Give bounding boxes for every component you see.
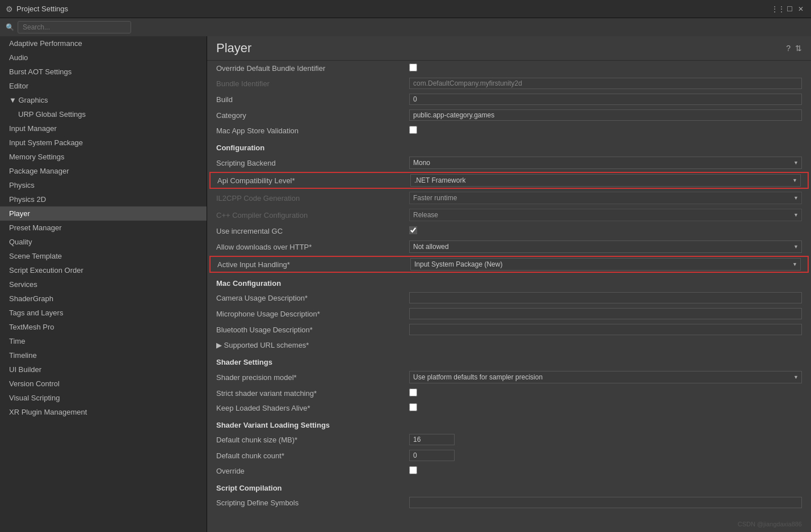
section-shader-settings: Shader Settings <box>207 352 811 369</box>
sidebar-item-memory-settings[interactable]: Memory Settings <box>0 150 207 164</box>
settings-value-27 <box>409 497 802 508</box>
settings-row-9: C++ Compiler ConfigurationReleaseDebugMa… <box>207 206 811 223</box>
title-bar: ⚙ Project Settings ⋮⋮ ☐ ✕ <box>0 0 811 18</box>
text-input-3[interactable] <box>409 109 802 121</box>
text-input-2[interactable] <box>409 94 802 105</box>
sidebar-item-quality[interactable]: Quality <box>0 235 207 249</box>
dropdown-wrapper-7: .NET Framework.NET Standard 2.1 <box>410 174 801 187</box>
dropdown-wrapper-6: MonoIL2CPP <box>409 157 802 169</box>
checkbox-20[interactable] <box>409 389 417 396</box>
help-icon[interactable]: ? <box>786 44 791 53</box>
search-icon: 🔍 <box>6 23 14 31</box>
sidebar-item-editor[interactable]: Editor <box>0 79 207 93</box>
settings-row-16: Bluetooth Usage Description* <box>207 322 811 337</box>
section-configuration: Configuration <box>207 138 811 154</box>
number-input-24[interactable] <box>409 450 455 461</box>
settings-row-17: ▶ Supported URL schemes* <box>207 337 811 352</box>
sidebar-item-physics[interactable]: Physics <box>0 178 207 192</box>
settings-value-1 <box>409 78 802 89</box>
settings-value-16 <box>409 324 802 335</box>
dropdown-8[interactable]: Faster runtimeFaster (smaller) builds <box>409 192 802 204</box>
sidebar-item-script-execution-order[interactable]: Script Execution Order <box>0 263 207 277</box>
sidebar-item-player[interactable]: Player <box>0 206 207 221</box>
sidebar-item-burst-aot-settings[interactable]: Burst AOT Settings <box>0 65 207 79</box>
sidebar-item-ui-builder[interactable]: UI Builder <box>0 362 207 377</box>
dropdown-wrapper-8: Faster runtimeFaster (smaller) builds <box>409 192 802 204</box>
sidebar-item-services[interactable]: Services <box>0 277 207 292</box>
text-input-16[interactable] <box>409 324 802 335</box>
text-input-1[interactable] <box>409 78 802 89</box>
sidebar-item-shadergraph[interactable]: ShaderGraph <box>0 292 207 306</box>
settings-label-0: Override Default Bundle Identifier <box>216 64 409 73</box>
settings-label-20: Strict shader variant matching* <box>216 389 409 398</box>
settings-value-20 <box>409 389 802 398</box>
header-icons: ? ⇅ <box>786 44 802 53</box>
settings-value-19: Use platform defaults for sampler precis… <box>409 371 802 383</box>
settings-value-25 <box>409 466 802 476</box>
settings-row-24: Default chunk count* <box>207 447 811 463</box>
text-input-27[interactable] <box>409 497 802 508</box>
dropdown-7[interactable]: .NET Framework.NET Standard 2.1 <box>410 174 801 187</box>
sidebar-item-package-manager[interactable]: Package Manager <box>0 164 207 178</box>
checkbox-4[interactable] <box>409 126 417 134</box>
settings-label-17: ▶ Supported URL schemes* <box>216 341 409 349</box>
settings-row-27: Scripting Define Symbols <box>207 495 811 510</box>
search-input[interactable] <box>18 21 131 33</box>
text-input-15[interactable] <box>409 308 802 319</box>
dropdown-wrapper-19: Use platform defaults for sampler precis… <box>409 371 802 383</box>
settings-row-4: Mac App Store Validation <box>207 123 811 138</box>
close-button[interactable]: ✕ <box>796 5 805 14</box>
sidebar-item-adaptive-performance[interactable]: Adaptive Performance <box>0 36 207 50</box>
settings-label-23: Default chunk size (MB)* <box>216 436 409 444</box>
dropdown-9[interactable]: ReleaseDebugMaster <box>409 209 802 221</box>
number-input-23[interactable] <box>409 434 455 445</box>
dropdown-wrapper-12: Input Manager (Old)Input System Package … <box>410 258 801 271</box>
checkbox-21[interactable] <box>409 403 417 411</box>
settings-label-11: Allow downloads over HTTP* <box>216 243 409 251</box>
sidebar-item-audio[interactable]: Audio <box>0 50 207 65</box>
settings-row-19: Shader precision model*Use platform defa… <box>207 369 811 386</box>
checkbox-10[interactable] <box>409 226 417 234</box>
gear-icon: ⚙ <box>6 5 13 14</box>
sidebar-item-textmesh-pro[interactable]: TextMesh Pro <box>0 320 207 334</box>
dropdown-12[interactable]: Input Manager (Old)Input System Package … <box>410 258 801 271</box>
settings-label-9: C++ Compiler Configuration <box>216 211 409 219</box>
sidebar-item-preset-manager[interactable]: Preset Manager <box>0 221 207 235</box>
sidebar-item-xr-plugin-management[interactable]: XR Plugin Management <box>0 405 207 419</box>
sidebar-item-version-control[interactable]: Version Control <box>0 377 207 391</box>
sidebar: Adaptive PerformanceAudioBurst AOT Setti… <box>0 36 207 532</box>
sidebar-item-physics-2d[interactable]: Physics 2D <box>0 192 207 206</box>
dropdown-19[interactable]: Use platform defaults for sampler precis… <box>409 371 802 383</box>
section-shader-variant-loading-settings: Shader Variant Loading Settings <box>207 415 811 432</box>
content-header: Player ? ⇅ <box>207 36 811 61</box>
text-input-14[interactable] <box>409 292 802 303</box>
sidebar-item-visual-scripting[interactable]: Visual Scripting <box>0 391 207 405</box>
content-scroll: Override Default Bundle IdentifierBundle… <box>207 61 811 532</box>
sidebar-item-time[interactable]: Time <box>0 334 207 348</box>
settings-row-12: Active Input Handling*Input Manager (Old… <box>209 256 809 273</box>
settings-label-6: Scripting Backend <box>216 159 409 167</box>
content-area: Player ? ⇅ Override Default Bundle Ident… <box>207 36 811 532</box>
settings-row-1: Bundle Identifier <box>207 75 811 91</box>
checkbox-0[interactable] <box>409 64 417 71</box>
settings-label-14: Camera Usage Description* <box>216 294 409 302</box>
settings-label-25: Override <box>216 467 409 475</box>
maximize-button[interactable]: ☐ <box>785 5 794 14</box>
sidebar-item-urp-global-settings[interactable]: URP Global Settings <box>0 107 207 121</box>
settings-label-12: Active Input Handling* <box>217 260 410 269</box>
sidebar-item-input-manager[interactable]: Input Manager <box>0 121 207 136</box>
dropdown-6[interactable]: MonoIL2CPP <box>409 157 802 169</box>
menu-icon[interactable]: ⋮⋮ <box>774 5 783 14</box>
settings-value-11: Not allowedAllowed in Development Builds… <box>409 240 802 253</box>
settings-label-16: Bluetooth Usage Description* <box>216 326 409 334</box>
sidebar-item-scene-template[interactable]: Scene Template <box>0 249 207 263</box>
sidebar-item-timeline[interactable]: Timeline <box>0 348 207 362</box>
checkbox-25[interactable] <box>409 466 417 474</box>
layout-icon[interactable]: ⇅ <box>795 44 802 53</box>
sidebar-item-tags-and-layers[interactable]: Tags and Layers <box>0 306 207 320</box>
dropdown-11[interactable]: Not allowedAllowed in Development Builds… <box>409 240 802 253</box>
settings-label-1: Bundle Identifier <box>216 79 409 88</box>
settings-value-23 <box>409 434 802 445</box>
sidebar-item-graphics[interactable]: ▼ Graphics <box>0 93 207 107</box>
sidebar-item-input-system-package[interactable]: Input System Package <box>0 136 207 150</box>
